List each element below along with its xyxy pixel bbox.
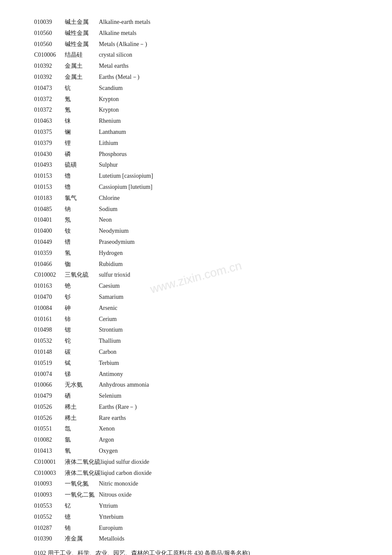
entry-english: Chlorine [99,193,120,203]
entry-english: Rhenium [99,116,121,126]
entry-chinese: 一氧化氮 [65,479,99,489]
entry-english: Cassiopium [lutetium] [99,182,153,192]
entry-english: Strontium [99,325,123,335]
entry-english: Krypton [99,94,119,104]
entry-english: Terbium [99,358,119,368]
entry-chinese: 结晶硅 [65,50,99,60]
entry-code: 010359 [34,248,65,258]
entry-list: 010039碱土金属Alkaline-earth metals010560碱性金… [34,17,358,544]
list-item: 010493硫磺Sulphur [34,160,358,170]
list-item: 010093一氧化二氮Nitrous oxide [34,490,358,500]
list-item: 010413氧Oxygen [34,446,358,456]
list-item: 010552镱Ytterbium [34,512,358,522]
list-item: 010390准金属Metalloids [34,534,358,544]
entry-chinese: 金属土 [65,72,99,82]
entry-english: Sodium [99,204,118,214]
list-item: 010084砷Arsenic [34,303,358,313]
entry-code: 010470 [34,292,65,302]
entry-chinese: 无水氨 [65,380,99,390]
entry-english: Neodymium [99,226,129,236]
list-item: 010372氪Krypton [34,94,358,104]
entry-code: 010084 [34,303,65,313]
entry-code: 010039 [34,17,65,27]
entry-chinese: 氯气 [65,193,99,203]
entry-code: 010153 [34,182,65,192]
entry-code: 010093 [34,479,65,489]
list-item: 010485钠Sodium [34,204,358,214]
entry-chinese: 钪 [65,83,99,93]
entry-chinese: 镧 [65,127,99,137]
entry-code: 010392 [34,72,65,82]
entry-code: 010560 [34,28,65,38]
list-item: 010372氪Krypton [34,105,358,115]
list-item: 010074锑Antimony [34,369,358,379]
entry-chinese: 镨 [65,237,99,247]
entry-english: Ytterbium [99,512,124,522]
list-item: 010093一氧化氮Nitric monoxide [34,479,358,489]
entry-chinese: 砷 [65,303,99,313]
entry-english: Scandium [99,83,123,93]
entry-chinese: 三氧化硫 [65,270,99,280]
list-item: 010560碱性金属Metals (Alkaline－) [34,39,358,49]
entry-code: C010003 [34,468,65,478]
entry-chinese: 锶 [65,325,99,335]
entry-english: Rubidium [99,259,123,269]
entry-code: 010552 [34,512,65,522]
entry-code: 010401 [34,215,65,225]
entry-code: 010473 [34,83,65,93]
entry-code: 010066 [34,380,65,390]
entry-code: 010392 [34,61,65,71]
entry-chinese: 液体二氧化硫 [65,457,101,467]
entry-english: Krypton [99,105,119,115]
entry-english: Yttrium [99,501,118,511]
list-item: 010430磷Phosphorus [34,149,358,159]
entry-english: Praseodymium [99,237,135,247]
list-item: 010526稀土Rare earths [34,413,358,423]
entry-chinese: 氖 [65,215,99,225]
list-item: 010473钪Scandium [34,83,358,93]
entry-chinese: 液体二氧化碳 [65,468,101,478]
entry-code: C010001 [34,457,65,467]
list-item: 010153镥Lutetium [cassiopium] [34,171,358,181]
entry-english: Earths (Rare－) [99,402,137,412]
entry-code: 010082 [34,435,65,445]
list-item: 010553钇Yttrium [34,501,358,511]
list-item: 010560碱性金属Alkaline metals [34,28,358,38]
entry-chinese: 氪 [65,94,99,104]
entry-code: 010526 [34,402,65,412]
entry-code: C010006 [34,50,65,60]
entry-chinese: 锑 [65,369,99,379]
entry-chinese: 锂 [65,138,99,148]
entry-chinese: 铷 [65,259,99,269]
entry-chinese: 稀土 [65,402,99,412]
entry-english: Sulphur [99,160,118,170]
list-item: 010287铕Europium [34,523,358,533]
entry-english: Alkaline metals [99,28,136,38]
entry-chinese: 镥 [65,182,99,192]
entry-english: Europium [99,523,123,533]
entry-code: 010479 [34,391,65,401]
list-item: 010039碱土金属Alkaline-earth metals [34,17,358,27]
entry-english: Lithium [99,138,118,148]
list-item: 010479硒Selenium [34,391,358,401]
entry-code: 010183 [34,193,65,203]
entry-english: Lanthanum [99,127,126,137]
list-item: 010498锶Strontium [34,325,358,335]
entry-code: 010463 [34,116,65,126]
entry-code: 010493 [34,160,65,170]
entry-chinese: 碱性金属 [65,28,99,38]
entry-english: Antimony [99,369,123,379]
entry-chinese: 氩 [65,435,99,445]
list-item: C010003液体二氧化碳liqiud carbon dioxide [34,468,358,478]
entry-english: Thallium [99,336,121,346]
entry-english: Selenium [99,391,121,401]
entry-chinese: 氢 [65,248,99,258]
entry-chinese: 一氧化二氮 [65,490,99,500]
entry-chinese: 镱 [65,512,99,522]
entry-english: Oxygen [99,446,118,456]
list-item: 010470钐Samarium [34,292,358,302]
entry-english: Lutetium [cassiopium] [99,171,153,181]
entry-chinese: 铽 [65,358,99,368]
entry-code: 010430 [34,149,65,159]
list-item: 010392金属土Earths (Metal－) [34,72,358,82]
